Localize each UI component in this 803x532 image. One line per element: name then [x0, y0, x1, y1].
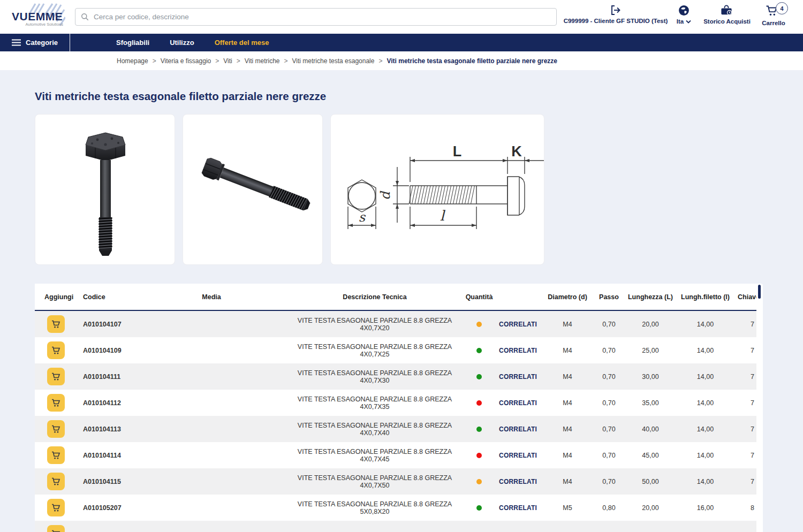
product-code: A010104107: [78, 310, 137, 337]
chiave-value: 7: [733, 363, 756, 390]
correlati-link[interactable]: CORRELATI: [499, 347, 537, 354]
product-description: VITE TESTA ESAGONALE PARZIALE 8.8 GREZZA…: [286, 416, 463, 442]
language-selector[interactable]: Ita: [672, 5, 696, 25]
add-to-cart-button[interactable]: [47, 341, 65, 359]
add-to-cart-button[interactable]: [47, 446, 65, 464]
add-cart-icon: [51, 373, 60, 381]
dim-label-l: l: [440, 208, 446, 224]
account-button[interactable]: C999999 - Cliente GF STUDIO (Test): [562, 5, 669, 24]
passo-value: [594, 521, 624, 532]
add-to-cart-button[interactable]: [47, 315, 65, 333]
add-to-cart-button[interactable]: [47, 420, 65, 438]
add-to-cart-button[interactable]: [47, 394, 65, 412]
page-title: Viti metriche testa esagonale filetto pa…: [35, 90, 326, 103]
breadcrumb: Homepage>Viteria e fissaggio>Viti>Viti m…: [0, 51, 803, 70]
technical-drawing[interactable]: L K d l s: [330, 114, 544, 265]
quantity-status-dot: [476, 453, 482, 458]
product-code: A010105207: [78, 495, 137, 521]
product-description: VITE TESTA ESAGONALE PARZIALE 8.8 GREZZA…: [286, 310, 463, 337]
add-cart-icon: [51, 504, 60, 512]
dim-label-K: K: [511, 143, 522, 159]
breadcrumb-link[interactable]: Viti metriche testa esagonale: [292, 57, 375, 65]
nav-links: SfogliabiliUtilizzoOfferte del mese: [116, 39, 269, 47]
lungh-filetto-value: [677, 521, 733, 532]
header-media: Media: [137, 284, 286, 310]
correlati-link[interactable]: CORRELATI: [499, 321, 537, 328]
correlati-link[interactable]: CORRELATI: [499, 504, 537, 512]
breadcrumb-separator: >: [153, 57, 156, 65]
table-header-row: Aggiungi Codice Media Descrizione Tecnic…: [35, 284, 756, 310]
diametro-value: M5: [541, 495, 594, 521]
purchase-history-button[interactable]: Storico Acquisti: [703, 5, 751, 25]
chevron-down-icon: [686, 20, 691, 24]
correlati-link[interactable]: CORRELATI: [499, 478, 537, 485]
breadcrumb-link[interactable]: Viti: [223, 57, 232, 65]
chiave-value: 7: [733, 337, 756, 363]
product-code: A010104113: [78, 416, 137, 442]
quantity-status-dot: [476, 505, 482, 511]
dim-label-d: d: [378, 191, 393, 200]
chiave-value: 7: [733, 310, 756, 337]
breadcrumb-link[interactable]: Viteria e fissaggio: [161, 57, 211, 65]
lungh-filetto-value: 14,00: [677, 390, 733, 416]
breadcrumb-link[interactable]: Homepage: [117, 57, 148, 65]
dim-label-L: L: [453, 143, 462, 159]
passo-value: 0,70: [594, 416, 624, 442]
nav-item-utilizzo[interactable]: Utilizzo: [170, 39, 194, 47]
product-description: VITE TESTA ESAGONALE PARZIALE 8.8 GREZZA…: [286, 468, 463, 495]
quantity-status-dot: [476, 374, 482, 379]
breadcrumb-link[interactable]: Viti metriche: [245, 57, 280, 65]
passo-value: 0,70: [594, 442, 624, 468]
company-logo[interactable]: VUEMME Automotive Solutions: [12, 3, 65, 31]
add-to-cart-button[interactable]: [47, 525, 65, 532]
purchase-history-label: Storico Acquisti: [703, 18, 751, 25]
add-cart-icon: [51, 320, 60, 329]
nav-item-sfogliabili[interactable]: Sfogliabili: [116, 39, 149, 47]
header-lungh-filetto: Lungh.filetto (l): [677, 284, 733, 310]
product-code: A010104112: [78, 390, 137, 416]
purchase-history-icon: [721, 5, 733, 16]
correlati-link[interactable]: CORRELATI: [499, 373, 537, 381]
correlati-link[interactable]: CORRELATI: [499, 425, 537, 433]
product-photo-angled[interactable]: [183, 114, 323, 265]
dim-label-s: s: [359, 210, 366, 225]
cart-label: Carrello: [762, 20, 785, 26]
media-cell: [137, 390, 286, 416]
diametro-value: M4: [541, 390, 594, 416]
chiave-value: 7: [733, 468, 756, 495]
search-input[interactable]: [93, 12, 551, 21]
quantity-status-dot: [476, 479, 482, 484]
chiave-value: 7: [733, 416, 756, 442]
search-icon: [81, 13, 89, 21]
chiave-value: 7: [733, 442, 756, 468]
nav-item-offerte-del-mese[interactable]: Offerte del mese: [215, 39, 269, 47]
table-scrollbar[interactable]: [758, 285, 761, 530]
add-to-cart-button[interactable]: [47, 473, 65, 490]
table-scrollbar-thumb[interactable]: [758, 285, 761, 299]
passo-value: 0,70: [594, 363, 624, 390]
bolt-image-angled: [183, 115, 323, 265]
passo-value: 0,70: [594, 310, 624, 337]
product-table: Aggiungi Codice Media Descrizione Tecnic…: [35, 284, 756, 532]
product-photo-vertical[interactable]: [35, 114, 175, 265]
lungh-filetto-value: 14,00: [677, 337, 733, 363]
correlati-link[interactable]: CORRELATI: [499, 452, 537, 459]
logout-icon: [610, 5, 622, 16]
add-cart-icon: [51, 399, 60, 407]
header-lunghezza: Lunghezza (L): [624, 284, 677, 310]
header-aggiungi: Aggiungi: [35, 284, 78, 310]
correlati-link[interactable]: CORRELATI: [499, 399, 537, 407]
language-label: Ita: [677, 18, 684, 25]
categories-menu-button[interactable]: Categorie: [0, 34, 70, 51]
chiave-value: 7: [733, 390, 756, 416]
lungh-filetto-value: 14,00: [677, 468, 733, 495]
add-to-cart-button[interactable]: [47, 368, 65, 385]
logo-subtitle: Automotive Solutions: [12, 22, 65, 27]
product-code: [78, 521, 137, 532]
cart-button[interactable]: 4 Carrello: [757, 5, 790, 26]
passo-value: 0,70: [594, 468, 624, 495]
add-to-cart-button[interactable]: [47, 499, 65, 516]
diametro-value: M4: [541, 416, 594, 442]
header-passo: Passo: [594, 284, 624, 310]
globe-icon: [678, 5, 690, 16]
